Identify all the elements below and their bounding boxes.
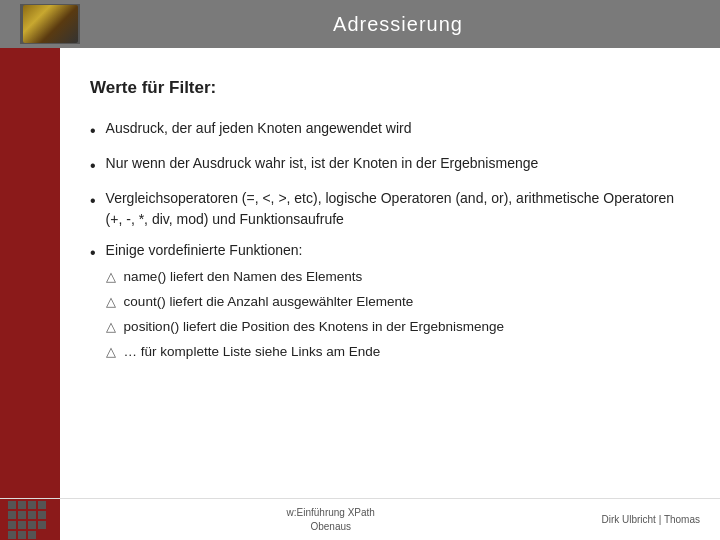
square — [8, 531, 16, 539]
slide-title: Adressierung — [96, 13, 700, 36]
bullet-icon: • — [90, 189, 96, 213]
list-item: • Vergleichsoperatoren (=, <, >, etc), l… — [90, 188, 680, 230]
triangle-icon: △ — [106, 268, 116, 287]
square — [18, 531, 26, 539]
footer-course-info: w:Einführung XPath Obenaus — [287, 506, 375, 534]
square — [28, 531, 36, 539]
square — [8, 511, 16, 519]
sub-list-item: △ … für komplette Liste siehe Links am E… — [106, 342, 504, 362]
slide: Adressierung Werte für Filter: • Ausdruc… — [0, 0, 720, 540]
square — [8, 521, 16, 529]
footer-sidebar — [0, 499, 60, 540]
footer-course-line2: Obenaus — [310, 521, 351, 532]
left-sidebar — [0, 48, 60, 498]
footer-center: w:Einführung XPath Obenaus — [60, 506, 601, 534]
sub-item-text: position() liefert die Position des Knot… — [124, 317, 504, 337]
footer: w:Einführung XPath Obenaus Dirk Ulbricht… — [0, 498, 720, 540]
bullet-icon: • — [90, 119, 96, 143]
square — [38, 521, 46, 529]
footer-author: Dirk Ulbricht | Thomas — [601, 514, 720, 525]
list-item-text: Ausdruck, der auf jeden Knoten angewende… — [106, 118, 412, 139]
sub-item-text: … für komplette Liste siehe Links am End… — [124, 342, 381, 362]
square — [38, 511, 46, 519]
header-logo — [20, 4, 80, 44]
list-item-with-sub: Einige vordefinierte Funktionen: △ name(… — [106, 240, 504, 366]
square — [18, 511, 26, 519]
triangle-icon: △ — [106, 343, 116, 362]
square — [18, 521, 26, 529]
square — [18, 501, 26, 509]
list-item-text: Einige vordefinierte Funktionen: — [106, 242, 303, 258]
square — [28, 501, 36, 509]
sub-list: △ name() liefert den Namen des Elements … — [106, 267, 504, 361]
bullet-list: • Ausdruck, der auf jeden Knoten angewen… — [90, 118, 680, 376]
square — [8, 501, 16, 509]
list-item: • Nur wenn der Ausdruck wahr ist, ist de… — [90, 153, 680, 178]
content-area: Werte für Filter: • Ausdruck, der auf je… — [0, 48, 720, 498]
sub-list-item: △ name() liefert den Namen des Elements — [106, 267, 504, 287]
square — [28, 511, 36, 519]
square — [38, 501, 46, 509]
bullet-icon: • — [90, 154, 96, 178]
logo-image — [23, 5, 78, 43]
footer-author-text: Dirk Ulbricht | Thomas — [601, 514, 700, 525]
sub-item-text: name() liefert den Namen des Elements — [124, 267, 363, 287]
sub-item-text: count() liefert die Anzahl ausgewählter … — [124, 292, 414, 312]
header-bar: Adressierung — [0, 0, 720, 48]
bullet-icon: • — [90, 241, 96, 265]
footer-course-line1: w:Einführung XPath — [287, 507, 375, 518]
list-item: • Ausdruck, der auf jeden Knoten angewen… — [90, 118, 680, 143]
triangle-icon: △ — [106, 318, 116, 337]
square — [28, 521, 36, 529]
sub-list-item: △ position() liefert die Position des Kn… — [106, 317, 504, 337]
list-item: • Einige vordefinierte Funktionen: △ nam… — [90, 240, 680, 366]
footer-squares — [8, 501, 52, 539]
main-content: Werte für Filter: • Ausdruck, der auf je… — [60, 48, 720, 498]
list-item-text: Vergleichsoperatoren (=, <, >, etc), log… — [106, 188, 680, 230]
list-item-text: Nur wenn der Ausdruck wahr ist, ist der … — [106, 153, 539, 174]
section-title: Werte für Filter: — [90, 78, 680, 98]
sub-list-item: △ count() liefert die Anzahl ausgewählte… — [106, 292, 504, 312]
triangle-icon: △ — [106, 293, 116, 312]
